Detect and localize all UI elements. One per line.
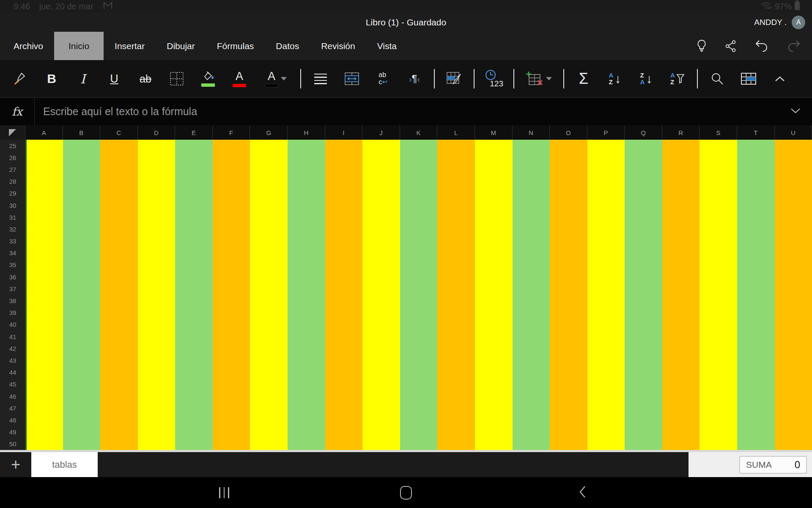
tab-archivo[interactable]: Archivo bbox=[0, 32, 54, 60]
column-header-G[interactable]: G bbox=[250, 125, 288, 140]
row-header-25[interactable]: 25 bbox=[0, 140, 25, 152]
undo-icon[interactable] bbox=[754, 39, 769, 53]
column-header-B[interactable]: B bbox=[63, 125, 101, 140]
cell-styles-button[interactable] bbox=[442, 65, 466, 92]
align-button[interactable] bbox=[309, 65, 332, 92]
fill-color-button[interactable] bbox=[196, 65, 220, 92]
column-fill-P[interactable] bbox=[587, 140, 625, 450]
column-header-F[interactable]: F bbox=[213, 125, 250, 140]
column-fill-U[interactable] bbox=[775, 140, 812, 450]
column-header-Q[interactable]: Q bbox=[625, 125, 662, 140]
back-icon[interactable] bbox=[579, 485, 586, 500]
tab-inicio[interactable]: Inicio bbox=[54, 32, 104, 60]
insert-delete-cells-button[interactable] bbox=[522, 65, 556, 92]
column-fill-H[interactable] bbox=[288, 140, 325, 450]
row-header-41[interactable]: 41 bbox=[0, 331, 25, 342]
tab-formulas[interactable]: Fórmulas bbox=[206, 32, 265, 60]
bold-button[interactable]: B bbox=[40, 65, 63, 92]
column-header-K[interactable]: K bbox=[400, 125, 438, 140]
row-header-48[interactable]: 48 bbox=[0, 414, 25, 426]
sheet-tab-tablas[interactable]: tablas bbox=[31, 452, 98, 477]
format-painter-button[interactable] bbox=[8, 65, 32, 92]
column-header-C[interactable]: C bbox=[100, 125, 138, 140]
row-header-47[interactable]: 47 bbox=[0, 402, 25, 414]
row-header-33[interactable]: 33 bbox=[0, 235, 25, 247]
wrap-text-button[interactable]: ab c↩ bbox=[371, 65, 395, 92]
cell-area[interactable] bbox=[25, 140, 812, 450]
row-header-28[interactable]: 28 bbox=[0, 176, 25, 188]
aggregate-box[interactable]: SUMA 0 bbox=[739, 456, 807, 474]
filter-button[interactable]: AZ bbox=[666, 65, 689, 92]
row-header-36[interactable]: 36 bbox=[0, 271, 25, 283]
column-header-L[interactable]: L bbox=[437, 125, 475, 140]
column-header-M[interactable]: M bbox=[475, 125, 513, 140]
row-header-40[interactable]: 40 bbox=[0, 319, 25, 331]
merge-cells-button[interactable] bbox=[340, 65, 364, 92]
column-fill-B[interactable] bbox=[63, 140, 101, 450]
tab-datos[interactable]: Datos bbox=[265, 32, 310, 60]
keyboard-grid-toggle[interactable] bbox=[737, 65, 760, 92]
text-color-dropdown[interactable]: A bbox=[259, 65, 293, 92]
row-header-30[interactable]: 30 bbox=[0, 199, 25, 211]
column-fill-I[interactable] bbox=[325, 140, 363, 450]
lightbulb-icon[interactable] bbox=[696, 39, 707, 53]
column-header-P[interactable]: P bbox=[587, 125, 625, 140]
column-header-O[interactable]: O bbox=[550, 125, 587, 140]
row-header-43[interactable]: 43 bbox=[0, 354, 25, 366]
row-header-27[interactable]: 27 bbox=[0, 163, 25, 175]
row-header-44[interactable]: 44 bbox=[0, 367, 25, 378]
column-header-N[interactable]: N bbox=[513, 125, 550, 140]
row-header-46[interactable]: 46 bbox=[0, 390, 25, 402]
row-header-39[interactable]: 39 bbox=[0, 307, 25, 319]
tab-insertar[interactable]: Insertar bbox=[104, 32, 156, 60]
column-fill-Q[interactable] bbox=[625, 140, 662, 450]
column-header-R[interactable]: R bbox=[662, 125, 700, 140]
row-header-45[interactable]: 45 bbox=[0, 378, 25, 390]
column-fill-L[interactable] bbox=[437, 140, 475, 450]
row-header-26[interactable]: 26 bbox=[0, 152, 25, 163]
add-sheet-button[interactable]: + bbox=[0, 452, 31, 477]
row-header-38[interactable]: 38 bbox=[0, 295, 25, 306]
avatar[interactable]: A bbox=[792, 16, 805, 29]
column-header-D[interactable]: D bbox=[138, 125, 176, 140]
autosum-button[interactable]: Σ bbox=[572, 65, 595, 92]
column-fill-E[interactable] bbox=[175, 140, 213, 450]
column-fill-S[interactable] bbox=[700, 140, 737, 450]
column-fill-F[interactable] bbox=[213, 140, 250, 450]
row-header-32[interactable]: 32 bbox=[0, 223, 25, 235]
row-header-31[interactable]: 31 bbox=[0, 211, 25, 223]
column-header-U[interactable]: U bbox=[775, 125, 812, 140]
share-icon[interactable] bbox=[725, 40, 737, 52]
column-fill-D[interactable] bbox=[138, 140, 176, 450]
column-fill-J[interactable] bbox=[362, 140, 400, 450]
column-fill-G[interactable] bbox=[250, 140, 288, 450]
tab-revision[interactable]: Revisión bbox=[310, 32, 366, 60]
home-icon[interactable] bbox=[400, 486, 412, 500]
column-header-S[interactable]: S bbox=[700, 125, 737, 140]
column-header-A[interactable]: A bbox=[25, 125, 63, 140]
column-header-T[interactable]: T bbox=[737, 125, 775, 140]
column-fill-M[interactable] bbox=[475, 140, 513, 450]
row-header-37[interactable]: 37 bbox=[0, 283, 25, 295]
sort-descending-button[interactable]: ZA ↓ bbox=[634, 65, 658, 92]
row-header-50[interactable]: 50 bbox=[0, 438, 25, 450]
spreadsheet-grid[interactable]: 2526272829303132333435363738394041424344… bbox=[0, 140, 812, 450]
row-header-49[interactable]: 49 bbox=[0, 426, 25, 438]
column-header-E[interactable]: E bbox=[175, 125, 213, 140]
collapse-ribbon-button[interactable] bbox=[768, 65, 792, 92]
strikethrough-button[interactable]: ab bbox=[134, 65, 157, 92]
row-header-35[interactable]: 35 bbox=[0, 259, 25, 271]
column-fill-O[interactable] bbox=[550, 140, 587, 450]
column-fill-N[interactable] bbox=[513, 140, 550, 450]
formula-input[interactable]: Escribe aquí el texto o la fórmula bbox=[35, 105, 790, 118]
italic-button[interactable]: I bbox=[71, 65, 95, 92]
text-direction-button[interactable]: ›¶‹ bbox=[403, 65, 426, 92]
column-header-I[interactable]: I bbox=[325, 125, 363, 140]
account-area[interactable]: ANDDY . A bbox=[754, 16, 812, 29]
column-fill-R[interactable] bbox=[662, 140, 700, 450]
search-button[interactable] bbox=[705, 65, 729, 92]
formula-expand-button[interactable] bbox=[790, 108, 812, 116]
select-all-button[interactable] bbox=[0, 125, 25, 140]
font-color-button[interactable]: A bbox=[228, 65, 251, 92]
tab-vista[interactable]: Vista bbox=[366, 32, 408, 60]
